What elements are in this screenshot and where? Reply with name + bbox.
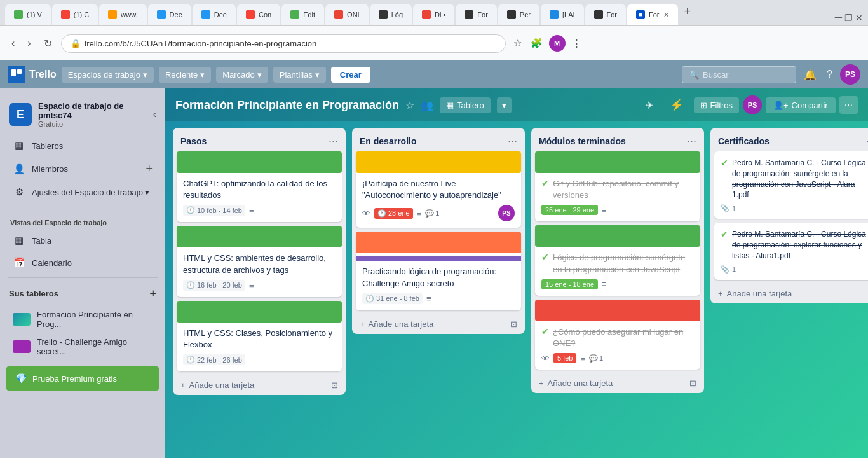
workspace-button[interactable]: 👥	[421, 99, 433, 111]
rocket-button[interactable]: ✈	[639, 96, 660, 114]
tab-1[interactable]: (1) V	[5, 4, 51, 25]
board-area: Formación Principiante en Programación ☆…	[165, 88, 868, 458]
view-chevron-button[interactable]: ▾	[497, 97, 512, 113]
card-chatgpt[interactable]: ChatGPT: optimizando la calidad de los r…	[177, 151, 342, 222]
calendario-label: Calendario	[32, 258, 72, 268]
back-button[interactable]: ‹	[8, 35, 18, 52]
tab-10[interactable]: Di •	[413, 4, 454, 25]
add-member-button[interactable]: +	[146, 162, 153, 176]
card-git-github[interactable]: ✔ Git y GitHub: repositorio, commit y ve…	[535, 151, 700, 221]
maximize-button[interactable]: ❐	[844, 13, 853, 23]
card-html-css-clases[interactable]: HTML y CSS: Clases, Posicionamiento y Fl…	[177, 301, 342, 371]
lightning-button[interactable]: ⚡	[663, 95, 690, 115]
cert-card-1[interactable]: ✔ Pedro M. Santamaría C. - Curso Lógica …	[714, 151, 868, 219]
recent-nav-button[interactable]: Reciente ▾	[159, 67, 211, 83]
search-bar[interactable]: 🔍 Buscar	[682, 66, 796, 83]
list-pasos-menu[interactable]: ···	[329, 134, 338, 148]
tab-7[interactable]: Edit	[281, 4, 324, 25]
list-en-desarrollo-menu[interactable]: ···	[508, 134, 517, 148]
card-title: HTML y CSS: Clases, Posicionamiento y Fl…	[183, 328, 336, 350]
list-archive-icon: ⊡	[331, 380, 338, 390]
star-board-button[interactable]: ☆	[405, 99, 414, 111]
list-modulos-menu[interactable]: ···	[687, 134, 696, 148]
filter-button[interactable]: ⊞ Filtros	[694, 97, 739, 113]
tab-9[interactable]: Lóg	[370, 4, 412, 25]
cert-title: Pedro M. Santamaría C. - Curso Lógica de…	[732, 158, 868, 200]
reload-button[interactable]: ↻	[40, 35, 56, 52]
sidebar-collapse-button[interactable]: ‹	[153, 109, 156, 120]
templates-nav-button[interactable]: Plantillas ▾	[273, 67, 326, 83]
list-archive-icon: ⊡	[689, 378, 696, 388]
card-color-bar	[535, 225, 700, 247]
list-modulos-add-card[interactable]: + Añade una tarjeta ⊡	[531, 373, 704, 393]
tab-14[interactable]: For	[585, 4, 627, 25]
share-button[interactable]: 👤+ Compartir	[766, 97, 836, 113]
minimize-button[interactable]: ─	[835, 11, 842, 23]
list-en-desarrollo-add-card[interactable]: + Añade una tarjeta ⊡	[352, 314, 525, 334]
card-date: 🕐 10 feb - 14 feb	[183, 205, 245, 216]
bookmark-button[interactable]: ☆	[511, 35, 524, 52]
sidebar-item-tabla[interactable]: ▦ Tabla	[3, 230, 163, 251]
list-pasos-add-card[interactable]: + Añade una tarjeta ⊡	[173, 375, 346, 395]
tab-4[interactable]: Dee	[148, 4, 191, 25]
list-certificados-add-card[interactable]: + Añade una tarjeta	[710, 284, 868, 303]
starred-nav-button[interactable]: Marcado ▾	[216, 67, 268, 83]
clock-icon: 🕐	[365, 295, 374, 303]
workspaces-nav-button[interactable]: Espacios de trabajo ▾	[62, 67, 154, 83]
card-color-bar-bottom	[356, 256, 521, 261]
user-avatar[interactable]: PS	[840, 64, 860, 85]
notification-button[interactable]: 🔔	[801, 66, 819, 83]
forward-button[interactable]: ›	[24, 35, 34, 52]
board-item-challenge[interactable]: Trello - Challenge Amigo secret...	[3, 333, 163, 360]
premium-icon: 💎	[15, 373, 27, 384]
tab-active[interactable]: ■ For ✕	[627, 4, 678, 25]
menu-button[interactable]: ⋮	[569, 35, 584, 52]
card-title: ChatGPT: optimizando la calidad de los r…	[183, 178, 336, 201]
sidebar-item-ajustes[interactable]: ⚙ Ajustes del Espacio de trabajo ▾	[3, 181, 163, 203]
card-html-css-ambientes[interactable]: HTML y CSS: ambientes de desarrollo, est…	[177, 226, 342, 296]
add-board-button[interactable]: +	[149, 287, 156, 300]
list-en-desarrollo-title: En desarrollo	[360, 136, 416, 146]
sidebar-item-miembros[interactable]: 👤 Miembros +	[3, 157, 163, 181]
trello-header: Trello Espacios de trabajo ▾ Reciente ▾ …	[0, 60, 868, 88]
browser-tabs: (1) V (1) C www. Dee Dee Con Edit ONI	[0, 0, 868, 25]
card-one[interactable]: ✔ ¿Cómo puedo asegurar mi lugar en ONE? …	[535, 300, 700, 370]
sidebar-item-tableros[interactable]: ▦ Tableros	[3, 135, 163, 156]
tab-13[interactable]: [LAI	[541, 4, 584, 25]
info-button[interactable]: ?	[824, 66, 835, 83]
cert-card-2[interactable]: ✔ Pedro M. Santamaría C. - Curso Lógica …	[714, 223, 868, 279]
share-icon: 👤+	[773, 101, 789, 110]
tab-11[interactable]: For	[456, 4, 497, 25]
tab-close-btn[interactable]: ✕	[663, 11, 669, 19]
create-button[interactable]: Crear	[331, 67, 370, 83]
calendario-icon: 📅	[13, 257, 25, 268]
tab-8[interactable]: ONI	[325, 4, 369, 25]
extension-button[interactable]: 🧩	[528, 35, 545, 52]
list-modulos-header: Módulos terminados ···	[531, 128, 704, 151]
card-practicando-logica[interactable]: Practicando lógica de programación: Chal…	[356, 232, 521, 310]
board-item-formacion[interactable]: Formación Principiante en Prog...	[3, 306, 163, 333]
board-label-formacion: Formación Principiante en Prog...	[37, 310, 153, 329]
sidebar-item-calendario[interactable]: 📅 Calendario	[3, 252, 163, 274]
templates-chevron-icon: ▾	[315, 70, 320, 80]
tab-6[interactable]: Con	[237, 4, 280, 25]
attachment-icon: 📎	[721, 265, 729, 274]
profile-avatar[interactable]: M	[549, 35, 566, 52]
tab-5[interactable]: Dee	[193, 4, 236, 25]
close-button[interactable]: ✕	[855, 13, 863, 23]
new-tab-button[interactable]: +	[679, 5, 696, 18]
board-avatar[interactable]: PS	[743, 95, 762, 114]
premium-button[interactable]: 💎 Prueba Premium gratis	[6, 366, 159, 391]
tab-2[interactable]: (1) C	[52, 4, 98, 25]
card-logica-programacion[interactable]: ✔ Lógica de programación: sumérgete en l…	[535, 225, 700, 295]
tab-12[interactable]: Per	[498, 4, 539, 25]
lists-container: Pasos ··· ChatGPT: optimizando la calida…	[165, 121, 868, 458]
card-live-autoconocimiento[interactable]: ¡Participa de nuestro Live "Autoconocimi…	[356, 151, 521, 228]
list-modulos-terminados: Módulos terminados ··· ✔ Git y GitHub: r…	[531, 128, 704, 393]
board-more-button[interactable]: ···	[839, 96, 858, 114]
tab-3[interactable]: www.	[99, 4, 146, 25]
card-meta: 🕐 16 feb - 20 feb ≡	[183, 280, 336, 291]
workspace-header: E Espacio de trabajo de pmtsc74 Gratuito…	[0, 95, 165, 134]
address-bar[interactable]: 🔒 trello.com/b/rJ5CUAnT/formacion-princi…	[61, 34, 506, 53]
view-button[interactable]: ▦ Tablero	[440, 97, 491, 113]
